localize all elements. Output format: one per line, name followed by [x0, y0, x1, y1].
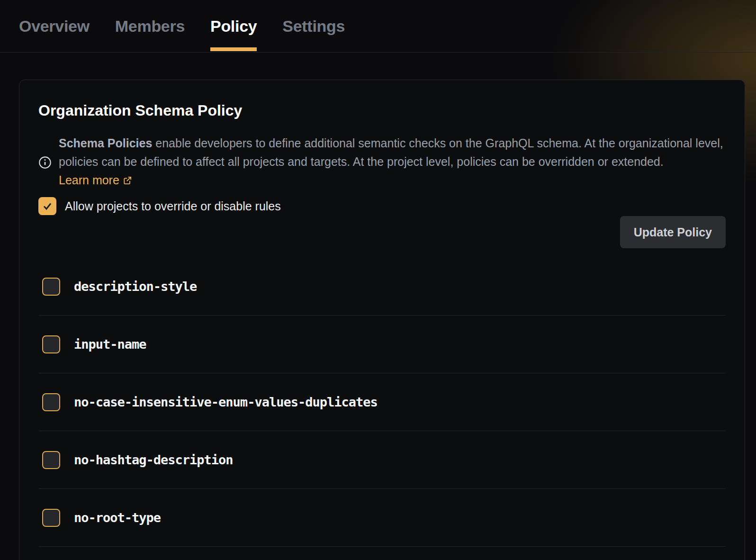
learn-more-label: Learn more [59, 173, 119, 187]
tab-members[interactable]: Members [115, 0, 185, 52]
page-title: Organization Schema Policy [38, 101, 726, 120]
policy-description-text: Schema Policies enable developers to def… [59, 134, 726, 190]
schema-policy-card: Organization Schema Policy Schema Polici… [19, 80, 745, 560]
org-tabbar: Overview Members Policy Settings [0, 0, 756, 53]
rule-checkbox[interactable] [42, 451, 60, 469]
allow-override-label: Allow projects to override or disable ru… [65, 199, 281, 213]
check-icon [42, 200, 53, 212]
rule-row[interactable]: input-name [38, 316, 726, 373]
rule-name: no-case-insensitive-enum-values-duplicat… [74, 395, 378, 409]
update-policy-button[interactable]: Update Policy [620, 216, 726, 248]
tab-overview[interactable]: Overview [19, 0, 90, 52]
tab-policy[interactable]: Policy [210, 0, 257, 52]
description-lead: Schema Policies [59, 136, 152, 150]
rule-row[interactable]: description-style [38, 258, 726, 316]
rule-checkbox[interactable] [42, 393, 60, 411]
rule-checkbox[interactable] [42, 278, 60, 296]
info-circle-icon [38, 156, 52, 169]
rule-name: description-style [74, 279, 197, 294]
description-body: enable developers to define additional s… [59, 136, 723, 168]
rule-name: input-name [74, 337, 146, 352]
external-link-icon [123, 172, 132, 190]
rule-checkbox[interactable] [42, 335, 60, 353]
tab-settings[interactable]: Settings [282, 0, 345, 52]
rule-row[interactable]: no-root-type [38, 489, 726, 547]
rule-row[interactable]: no-hashtag-description [38, 431, 726, 489]
policy-page: Organization Schema Policy Schema Polici… [0, 53, 756, 560]
rule-row[interactable]: no-case-insensitive-enum-values-duplicat… [38, 373, 726, 431]
policy-description: Schema Policies enable developers to def… [38, 134, 726, 190]
button-row: Update Policy [38, 216, 726, 248]
rule-checkbox[interactable] [42, 509, 60, 527]
allow-override-row[interactable]: Allow projects to override or disable ru… [38, 197, 726, 215]
allow-override-checkbox[interactable] [38, 197, 56, 215]
rules-list: description-style input-name no-case-ins… [38, 258, 726, 547]
rule-name: no-hashtag-description [74, 452, 233, 467]
learn-more-link[interactable]: Learn more [59, 173, 132, 187]
rule-name: no-root-type [74, 510, 161, 525]
